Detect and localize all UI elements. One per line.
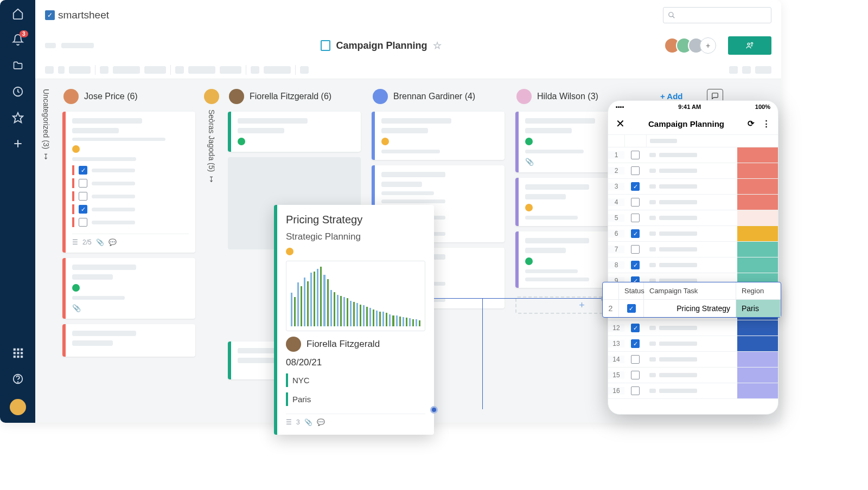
list-icon: ☰ bbox=[72, 238, 78, 246]
avatar bbox=[286, 337, 301, 352]
assignee-name: Fiorella Fitzgerald bbox=[307, 339, 380, 350]
svg-rect-5 bbox=[13, 352, 15, 354]
checkbox[interactable] bbox=[631, 245, 640, 254]
card[interactable] bbox=[62, 324, 195, 357]
checkbox[interactable] bbox=[631, 386, 640, 395]
card[interactable]: 📎 bbox=[62, 258, 195, 319]
checkbox[interactable] bbox=[79, 179, 87, 188]
row-number: 2 bbox=[603, 300, 619, 317]
search-input[interactable] bbox=[663, 7, 771, 23]
logo-mark-icon: ✓ bbox=[45, 10, 55, 20]
status-dot-icon bbox=[381, 138, 389, 145]
checkbox[interactable]: ✓ bbox=[631, 339, 640, 348]
status-dot-icon bbox=[72, 145, 80, 153]
star-icon[interactable]: ☆ bbox=[433, 40, 442, 51]
checkbox[interactable] bbox=[631, 198, 640, 207]
svg-marker-1 bbox=[12, 113, 22, 122]
brand-logo[interactable]: ✓ smartsheet bbox=[45, 9, 109, 21]
card[interactable]: ✓ ✓ ☰2/5📎💬 bbox=[62, 112, 195, 253]
card[interactable] bbox=[372, 112, 505, 160]
checkbox[interactable]: ✓ bbox=[627, 304, 636, 313]
connector-line bbox=[434, 298, 483, 409]
col-task: Campaign Task bbox=[644, 282, 736, 299]
tag: Paris bbox=[286, 392, 425, 406]
add-icon[interactable] bbox=[12, 138, 24, 150]
checkbox[interactable] bbox=[79, 218, 87, 227]
lane-title: Fiorella Fitzgerald (6) bbox=[250, 92, 331, 101]
favorites-icon[interactable] bbox=[12, 112, 24, 124]
checkbox[interactable] bbox=[631, 166, 640, 175]
grid-row[interactable]: 6 ✓ bbox=[608, 226, 778, 242]
svg-rect-7 bbox=[21, 352, 23, 354]
collapsed-lane-uncategorized[interactable]: Uncategorized (3) ↦ bbox=[35, 79, 57, 423]
grid-row[interactable]: 4 bbox=[608, 195, 778, 210]
checkbox[interactable] bbox=[631, 371, 640, 379]
topbar: ✓ smartsheet bbox=[35, 0, 781, 30]
grid-row[interactable]: 12 ✓ bbox=[608, 320, 778, 336]
checkbox[interactable] bbox=[631, 151, 640, 159]
phone-header: ✕ Campaign Planning ⟳ ⋮ bbox=[608, 113, 778, 134]
col-region: Region bbox=[736, 282, 781, 299]
notifications-icon[interactable]: 3 bbox=[12, 34, 24, 46]
checkbox[interactable] bbox=[79, 192, 87, 201]
folder-icon[interactable] bbox=[12, 60, 24, 72]
lane-jose: Jose Price (6) ✓ ✓ ☰2/5📎💬 bbox=[57, 79, 201, 423]
grid-row[interactable]: 16 bbox=[608, 383, 778, 399]
apps-icon[interactable] bbox=[12, 347, 24, 359]
close-icon[interactable]: ✕ bbox=[616, 117, 625, 130]
checkbox[interactable]: ✓ bbox=[631, 229, 640, 238]
checkbox[interactable]: ✓ bbox=[79, 205, 87, 214]
grid-row[interactable]: 13 ✓ bbox=[608, 336, 778, 352]
more-icon[interactable]: ⋮ bbox=[762, 119, 770, 128]
share-button[interactable] bbox=[728, 36, 771, 55]
avatar bbox=[229, 89, 244, 104]
row-detail-popout: Status Campaign Task Region 2 ✓ Pricing … bbox=[602, 282, 781, 318]
svg-point-12 bbox=[17, 382, 18, 382]
assignee-row: Fiorella Fitzgerald bbox=[286, 337, 425, 352]
grid-row[interactable]: 2 bbox=[608, 163, 778, 179]
svg-rect-9 bbox=[17, 356, 19, 358]
grid-row[interactable]: 14 bbox=[608, 352, 778, 368]
attachment-icon: 📎 bbox=[72, 304, 189, 312]
comment-icon: 💬 bbox=[317, 418, 325, 426]
svg-point-14 bbox=[748, 43, 750, 45]
help-icon[interactable] bbox=[12, 373, 24, 385]
grid-row[interactable]: 3 ✓ bbox=[608, 179, 778, 195]
card[interactable] bbox=[228, 112, 361, 152]
grid-row[interactable]: 15 bbox=[608, 368, 778, 383]
grid-row[interactable]: 1 bbox=[608, 147, 778, 163]
status-dot-icon bbox=[72, 284, 80, 292]
refresh-icon[interactable]: ⟳ bbox=[748, 119, 755, 128]
comment-icon: 💬 bbox=[108, 238, 117, 246]
checkbox[interactable]: ✓ bbox=[79, 166, 87, 175]
avatar bbox=[63, 89, 79, 104]
user-avatar[interactable] bbox=[10, 399, 26, 415]
sheet-title: Campaign Planning bbox=[336, 40, 427, 51]
collaborators[interactable]: + bbox=[668, 37, 716, 54]
more-collaborators[interactable]: + bbox=[700, 37, 716, 54]
task-cell: Pricing Strategy bbox=[644, 300, 736, 317]
avatar bbox=[373, 89, 388, 104]
recent-icon[interactable] bbox=[12, 86, 24, 98]
list-icon: ☰ bbox=[286, 418, 292, 426]
checklist: ✓ ✓ bbox=[72, 165, 189, 227]
grid-row[interactable]: 8 ✓ bbox=[608, 257, 778, 273]
expanded-card[interactable]: Pricing Strategy Strategic Planning Fior… bbox=[274, 205, 434, 435]
avatar bbox=[516, 89, 532, 104]
grid-row[interactable]: 5 bbox=[608, 210, 778, 226]
home-icon[interactable] bbox=[12, 8, 24, 20]
collapsed-lane-seoras[interactable]: Seòras Jagoda (5) ↦ bbox=[201, 79, 222, 423]
detail-row[interactable]: 2 ✓ Pricing Strategy Paris bbox=[603, 300, 781, 317]
grid-row[interactable]: 7 bbox=[608, 242, 778, 257]
checkbox[interactable] bbox=[631, 355, 640, 364]
svg-rect-2 bbox=[13, 349, 15, 351]
phone-title: Campaign Planning bbox=[648, 119, 724, 128]
mobile-preview: ▪▪▪▪ 9:41 AM 100% ✕ Campaign Planning ⟳ … bbox=[608, 100, 778, 415]
add-lane-button[interactable]: + Add bbox=[660, 92, 683, 101]
checkbox[interactable] bbox=[631, 214, 640, 222]
checkbox[interactable]: ✓ bbox=[631, 324, 640, 332]
checkbox[interactable]: ✓ bbox=[631, 261, 640, 269]
phone-grid[interactable]: 1 2 3 ✓ 4 5 6 ✓ 7 8 ✓ 9 ✓ 10 ✓ 11 12 ✓ bbox=[608, 147, 778, 399]
checkbox[interactable]: ✓ bbox=[631, 182, 640, 191]
card-subtitle: Strategic Planning bbox=[286, 231, 425, 242]
